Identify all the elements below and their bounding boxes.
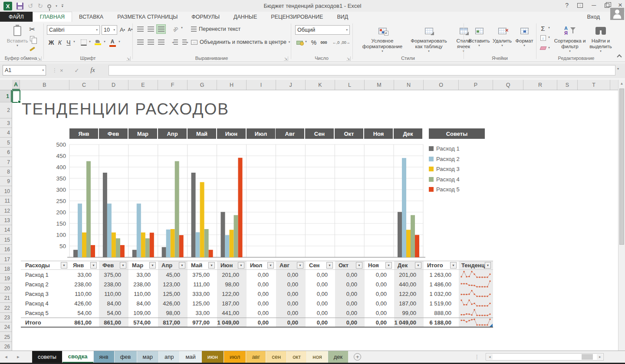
- row-header-1[interactable]: 1: [0, 90, 12, 102]
- increase-decimal-button[interactable]: ←,0: [332, 38, 340, 47]
- month-header-button-11[interactable]: Ноя: [364, 128, 393, 139]
- table-cell-total[interactable]: 1 263,00: [424, 270, 459, 279]
- table-cell[interactable]: 54,00: [69, 308, 99, 318]
- expenses-bar-chart[interactable]: 50100150200250300350400450500: [43, 141, 430, 262]
- sheet-tab-сен[interactable]: сен: [266, 351, 286, 363]
- collapse-ribbon-button[interactable]: [616, 54, 622, 60]
- table-cell[interactable]: 0,00: [247, 279, 276, 289]
- ribbon-display-options-icon[interactable]: ↑: [577, 3, 583, 8]
- table-cell-trend[interactable]: [459, 298, 493, 308]
- table-cell-trend[interactable]: [459, 289, 493, 298]
- table-cell[interactable]: 0,00: [365, 308, 394, 318]
- currency-dropdown-icon[interactable]: ▾: [304, 40, 308, 43]
- fill-color-button[interactable]: [94, 37, 102, 48]
- table-cell[interactable]: 0,00: [276, 289, 306, 298]
- active-cell-a1[interactable]: [12, 90, 20, 103]
- filter-button[interactable]: ▼: [238, 262, 244, 269]
- table-cell[interactable]: 0,00: [276, 298, 306, 308]
- sign-in-link[interactable]: Вход: [587, 13, 600, 20]
- table-cell[interactable]: 1 049,00: [217, 318, 247, 327]
- cut-button[interactable]: ✂: [27, 25, 37, 33]
- table-cell[interactable]: 98,00: [217, 279, 247, 289]
- table-cell-total[interactable]: 1 032,00: [424, 289, 459, 298]
- format-painter-button[interactable]: [27, 45, 37, 53]
- row-header-9[interactable]: 9: [0, 177, 12, 186]
- table-cell[interactable]: Сен▼: [306, 261, 335, 269]
- table-cell[interactable]: 84,00: [99, 298, 128, 308]
- month-header-button-7[interactable]: Июл: [247, 128, 275, 139]
- insert-cells-button[interactable]: Вставить▾: [468, 23, 490, 47]
- table-cell[interactable]: Авг▼: [276, 261, 306, 269]
- sheet-tab-май[interactable]: май: [180, 351, 201, 363]
- table-cell[interactable]: 333,00: [188, 289, 217, 298]
- copy-button[interactable]: [27, 35, 37, 43]
- column-header-I[interactable]: I: [247, 80, 276, 90]
- table-cell[interactable]: 125,00: [188, 298, 217, 308]
- table-cell[interactable]: 33,00: [128, 270, 158, 279]
- table-cell-label[interactable]: Расход 4: [21, 298, 69, 308]
- clear-dropdown-icon[interactable]: ▾: [547, 46, 551, 49]
- tips-header-button[interactable]: Советы: [429, 128, 485, 139]
- scroll-up-icon[interactable]: ▲: [618, 80, 625, 87]
- table-cell[interactable]: 0,00: [365, 298, 394, 308]
- table-resize-handle[interactable]: [490, 324, 493, 327]
- table-cell[interactable]: 99,00: [394, 308, 424, 318]
- table-cell[interactable]: Дек▼: [394, 261, 424, 269]
- table-cell[interactable]: 574,00: [128, 318, 158, 327]
- table-cell[interactable]: 375,00: [188, 270, 217, 279]
- table-cell[interactable]: 123,00: [158, 279, 188, 289]
- table-cell-label[interactable]: Расход 2: [21, 279, 69, 289]
- row-header-19[interactable]: 19: [0, 274, 12, 283]
- fill-dropdown-icon[interactable]: ▾: [547, 36, 551, 39]
- filter-button[interactable]: ▼: [485, 262, 491, 269]
- row-header-3[interactable]: 3: [0, 118, 12, 128]
- table-cell-trend[interactable]: [459, 270, 493, 279]
- column-header-F[interactable]: F: [158, 80, 188, 90]
- month-header-button-5[interactable]: Май: [188, 128, 216, 139]
- table-cell-total[interactable]: 6 188,00: [424, 318, 459, 327]
- column-header-J[interactable]: J: [276, 80, 306, 90]
- month-header-button-8[interactable]: Авг: [276, 128, 304, 139]
- sheet-tab-янв[interactable]: янв: [94, 351, 114, 363]
- row-header-12[interactable]: 12: [0, 206, 12, 216]
- table-cell[interactable]: 122,00: [394, 289, 424, 298]
- decrease-decimal-button[interactable]: ,00→: [341, 38, 350, 47]
- help-icon[interactable]: ?: [565, 2, 569, 9]
- row-header-2[interactable]: 2: [0, 102, 12, 118]
- scroll-left-icon[interactable]: ◂: [487, 354, 493, 360]
- table-cell-total[interactable]: 1 519,00: [424, 298, 459, 308]
- table-cell[interactable]: 977,00: [188, 318, 217, 327]
- column-header-C[interactable]: C: [69, 80, 99, 90]
- sheet-tab-июл[interactable]: июл: [224, 351, 246, 363]
- table-cell-label[interactable]: Расход 5: [21, 308, 69, 318]
- top-align-button[interactable]: [135, 24, 145, 34]
- filter-button[interactable]: ▼: [208, 262, 215, 269]
- orientation-dropdown-icon[interactable]: ▾: [180, 26, 184, 30]
- row-header-22[interactable]: 22: [0, 303, 12, 313]
- table-cell[interactable]: 0,00: [306, 308, 335, 318]
- insert-function-icon[interactable]: fx: [91, 67, 95, 74]
- formula-bar-expand-icon[interactable]: ▾: [617, 67, 619, 71]
- filter-button[interactable]: ▼: [297, 262, 303, 269]
- comma-style-button[interactable]: 000: [319, 38, 329, 47]
- table-cell[interactable]: 122,00: [217, 289, 247, 298]
- month-header-button-4[interactable]: Апр: [158, 128, 187, 139]
- table-cell[interactable]: 0,00: [365, 289, 394, 298]
- table-cell-total[interactable]: Итого▼: [424, 261, 459, 269]
- row-header-11[interactable]: 11: [0, 196, 12, 206]
- filter-button[interactable]: ▼: [415, 262, 421, 269]
- table-cell[interactable]: 375,00: [99, 270, 128, 279]
- table-cell[interactable]: 0,00: [335, 270, 365, 279]
- table-cell[interactable]: 426,00: [69, 298, 99, 308]
- table-cell-trend[interactable]: [459, 279, 493, 289]
- table-cell-label[interactable]: Итого: [21, 318, 69, 327]
- table-cell[interactable]: Ноя▼: [365, 261, 394, 269]
- row-header-21[interactable]: 21: [0, 293, 12, 303]
- sheet-tab-авг[interactable]: авг: [246, 351, 266, 363]
- table-cell[interactable]: Июн▼: [217, 261, 247, 269]
- find-select-button[interactable]: Найти и выделить▾: [587, 23, 615, 53]
- scroll-right-icon[interactable]: ▸: [597, 354, 603, 360]
- column-header-B[interactable]: B: [20, 80, 69, 90]
- ribbon-tab-вставка[interactable]: ВСТАВКА: [72, 12, 110, 22]
- table-cell[interactable]: 84,00: [128, 298, 158, 308]
